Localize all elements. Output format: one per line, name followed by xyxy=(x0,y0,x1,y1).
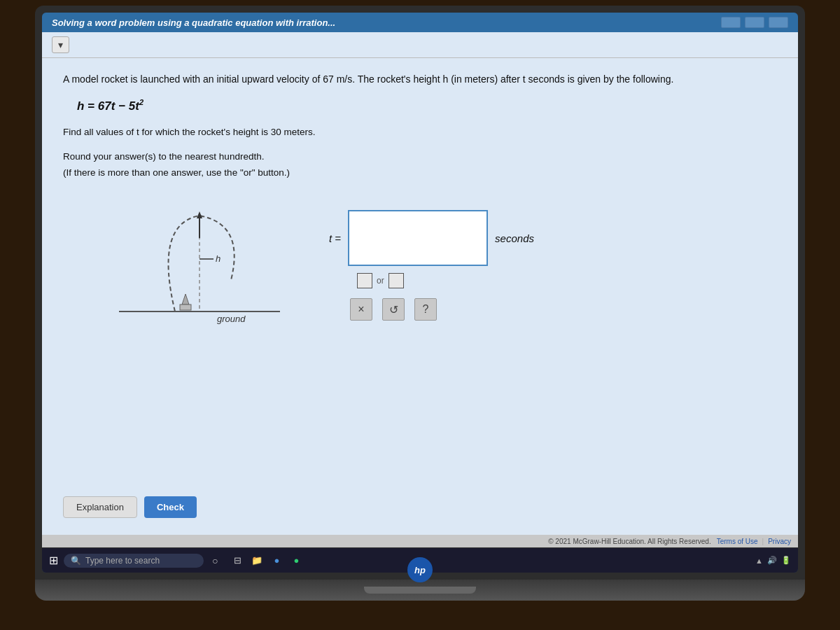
or-box-2[interactable] xyxy=(388,273,404,288)
start-icon[interactable]: ⊞ xyxy=(49,554,58,567)
close-button[interactable] xyxy=(769,17,788,28)
svg-rect-7 xyxy=(180,304,191,310)
svg-marker-5 xyxy=(197,211,202,218)
title-bar-text: Solving a word problem using a quadratic… xyxy=(52,18,335,28)
answer-input-row: t = seconds xyxy=(329,210,777,266)
t-equals-label: t = xyxy=(329,232,341,244)
diagram-answer-row: ground h xyxy=(63,196,777,336)
laptop-outer: Solving a word problem using a quadratic… xyxy=(35,6,805,580)
footer-pipe: | xyxy=(762,538,764,545)
help-button[interactable]: ? xyxy=(414,298,437,321)
or-controls: or xyxy=(357,273,777,288)
find-text: Find all values of t for which the rocke… xyxy=(63,125,777,141)
chevron-down-icon: ▾ xyxy=(58,39,63,50)
or-text: (If there is more than one answer, use t… xyxy=(63,165,777,181)
equation-text: h = 67t − 5t2 xyxy=(77,99,144,113)
svg-marker-6 xyxy=(182,294,189,304)
taskbar-volume-icon: 🔊 xyxy=(767,556,777,565)
privacy-link[interactable]: Privacy xyxy=(768,538,791,545)
minimize-button[interactable] xyxy=(721,17,741,28)
taskbar-right: ▲ 🔊 🔋 xyxy=(755,556,791,565)
taskbar-app-3[interactable]: ● xyxy=(270,554,284,568)
taskbar-battery-icon: 🔋 xyxy=(781,556,791,565)
taskbar-search[interactable]: 🔍 Type here to search xyxy=(64,554,204,568)
seconds-label: seconds xyxy=(495,232,534,244)
title-bar-controls xyxy=(721,17,788,28)
explanation-button[interactable]: Explanation xyxy=(63,496,137,518)
content-area: A model rocket is launched with an initi… xyxy=(42,58,798,535)
copyright-text: © 2021 McGraw-Hill Education. All Rights… xyxy=(548,538,710,545)
taskbar-wifi-icon: ▲ xyxy=(755,556,763,565)
taskbar-circle-icon: ○ xyxy=(212,555,218,566)
or-text-small: or xyxy=(377,276,384,286)
svg-text:h: h xyxy=(216,253,220,264)
round-text: Round your answer(s) to the nearest hund… xyxy=(63,149,777,165)
answer-input[interactable] xyxy=(348,210,488,266)
or-controls-row: or xyxy=(357,273,777,288)
laptop-notch xyxy=(364,587,476,594)
bottom-buttons: Explanation Check xyxy=(63,491,777,521)
action-buttons: × ↺ ? xyxy=(350,298,777,321)
hp-logo: hp xyxy=(407,557,433,582)
or-box-1[interactable] xyxy=(357,273,372,288)
taskbar-app-1[interactable]: ⊟ xyxy=(230,554,244,568)
diagram-container: ground h xyxy=(63,196,315,336)
clear-button[interactable]: × xyxy=(350,298,372,321)
dropdown-row: ▾ xyxy=(42,32,798,58)
title-bar: Solving a word problem using a quadratic… xyxy=(42,13,798,32)
search-text: Type here to search xyxy=(85,556,160,566)
taskbar-app-4[interactable]: ● xyxy=(289,554,303,568)
intro-text: A model rocket is launched with an initi… xyxy=(63,72,777,87)
rocket-diagram: ground h xyxy=(63,196,315,336)
footer-bar: © 2021 McGraw-Hill Education. All Rights… xyxy=(42,535,798,547)
taskbar-icons: ⊟ 📁 ● ● xyxy=(230,554,303,568)
answer-input-wrapper xyxy=(348,210,488,266)
equation-display: h = 67t − 5t2 xyxy=(77,98,777,113)
round-instructions: Round your answer(s) to the nearest hund… xyxy=(63,149,777,181)
maximize-button[interactable] xyxy=(745,17,764,28)
search-icon: 🔍 xyxy=(71,556,81,566)
ground-label: ground xyxy=(217,314,246,324)
undo-button[interactable]: ↺ xyxy=(382,298,405,321)
taskbar-app-2[interactable]: 📁 xyxy=(250,554,264,568)
terms-link[interactable]: Terms of Use xyxy=(717,538,758,545)
footer-links: Terms of Use | Privacy xyxy=(717,538,791,545)
dropdown-button[interactable]: ▾ xyxy=(52,36,69,53)
screen: Solving a word problem using a quadratic… xyxy=(42,13,798,573)
check-button[interactable]: Check xyxy=(144,496,197,518)
laptop-base xyxy=(35,580,805,601)
answer-panel: t = seconds or xyxy=(329,196,777,321)
